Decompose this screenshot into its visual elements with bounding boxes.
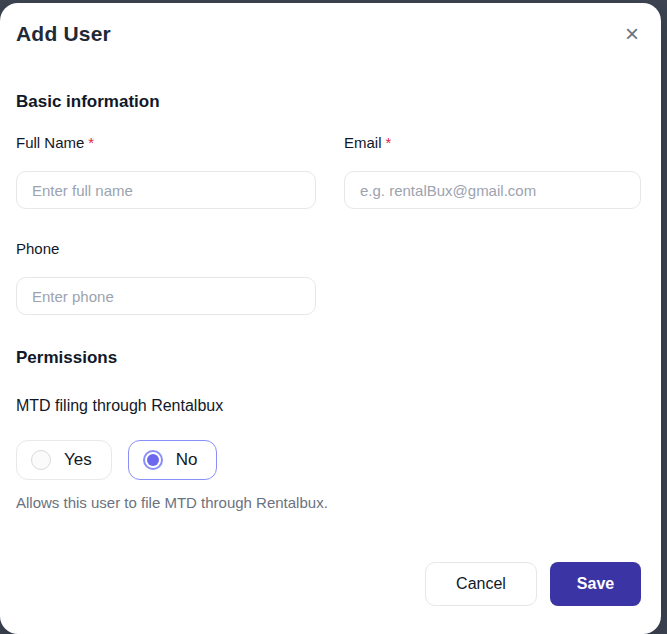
- save-button[interactable]: Save: [550, 562, 641, 606]
- mtd-filing-label: MTD filing through Rentalbux: [16, 397, 641, 415]
- full-name-field-group: Full Name*: [16, 134, 316, 209]
- add-user-modal: Add User × Basic information Full Name* …: [0, 3, 661, 634]
- full-name-label: Full Name*: [16, 134, 316, 151]
- radio-option-no[interactable]: No: [128, 440, 218, 480]
- radio-option-no-label: No: [176, 450, 198, 470]
- mtd-filing-radio-group: Yes No: [16, 440, 641, 480]
- radio-selected-icon: [143, 450, 163, 470]
- full-name-input[interactable]: [16, 171, 316, 209]
- email-label: Email*: [344, 134, 641, 151]
- email-required-mark: *: [386, 134, 392, 151]
- radio-option-yes[interactable]: Yes: [16, 440, 112, 480]
- phone-field-group: Phone: [16, 240, 316, 315]
- radio-unselected-icon: [31, 450, 51, 470]
- phone-input[interactable]: [16, 277, 316, 315]
- phone-label: Phone: [16, 240, 316, 257]
- basic-information-heading: Basic information: [16, 92, 641, 112]
- full-name-label-text: Full Name: [16, 134, 84, 151]
- close-icon[interactable]: ×: [625, 24, 639, 44]
- cancel-button[interactable]: Cancel: [425, 562, 537, 606]
- email-label-text: Email: [344, 134, 382, 151]
- email-field-group: Email*: [344, 134, 641, 209]
- permissions-heading: Permissions: [16, 348, 641, 368]
- radio-option-yes-label: Yes: [64, 450, 92, 470]
- full-name-required-mark: *: [88, 134, 94, 151]
- email-input[interactable]: [344, 171, 641, 209]
- modal-footer: Cancel Save: [425, 562, 641, 606]
- modal-header: Add User ×: [16, 3, 641, 46]
- modal-title: Add User: [16, 22, 111, 46]
- mtd-filing-help-text: Allows this user to file MTD through Ren…: [16, 494, 641, 511]
- name-email-row: Full Name* Email*: [16, 134, 641, 209]
